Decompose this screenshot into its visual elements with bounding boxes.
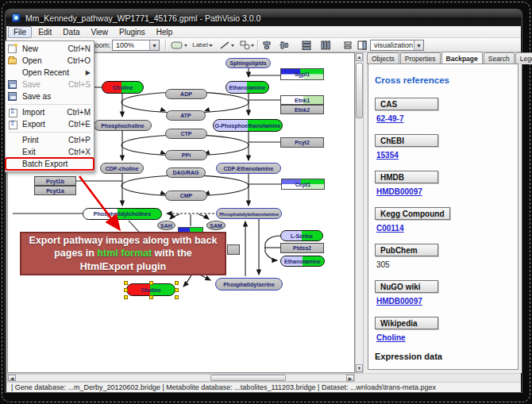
- chevron-down-icon[interactable]: ▼: [414, 40, 423, 50]
- file-menu-item-exit[interactable]: ExitCtrl+X: [6, 146, 94, 158]
- node-ctp[interactable]: CTP: [165, 129, 207, 139]
- menubar-item-plugins[interactable]: Plugins: [114, 27, 150, 37]
- node-label: L-Serine: [291, 233, 313, 239]
- visualization-combobox[interactable]: visualization ▼: [370, 40, 424, 51]
- node-l-serine[interactable]: L-Serine: [280, 230, 323, 241]
- gene-pcyt1a[interactable]: Pcyt1a: [34, 186, 76, 195]
- menubar-item-file[interactable]: File: [8, 26, 32, 38]
- selection-handle[interactable]: [175, 288, 179, 292]
- node-cdp-ethanolamine[interactable]: CDP-Ethanolamine: [216, 163, 281, 174]
- menubar-item-help[interactable]: Help: [152, 27, 178, 37]
- file-menu-item-batch-export[interactable]: Batch Export: [6, 158, 94, 170]
- selection-handle[interactable]: [175, 295, 179, 299]
- node-dag[interactable]: DAG/RAG: [166, 167, 206, 178]
- node-sah[interactable]: SAH: [157, 221, 175, 230]
- scroll-right-icon[interactable]: ▶: [346, 375, 354, 381]
- distribute-columns-button[interactable]: [319, 39, 332, 51]
- node-label: DAG/RAG: [172, 170, 199, 175]
- canvas-vertical-scrollbar[interactable]: ▲ ▼: [355, 52, 364, 373]
- label-tool-button[interactable]: Label: [191, 39, 215, 51]
- selection-handle[interactable]: [124, 281, 128, 285]
- gene-ptdss2[interactable]: Ptdss2: [280, 243, 324, 253]
- file-menu-item-new[interactable]: NewCtrl+N: [6, 43, 94, 55]
- gene-etnk1[interactable]: Etnk1: [280, 95, 324, 105]
- chevron-down-icon[interactable]: ▼: [149, 40, 159, 50]
- node-ethanolamine[interactable]: Ethanolamine: [226, 81, 269, 94]
- node-o-phosphoethanolamine[interactable]: O-Phosphoethanolamine: [213, 119, 283, 132]
- distribute-rows-button[interactable]: [300, 39, 313, 51]
- tab-search[interactable]: Search: [484, 52, 515, 64]
- xref-title: Kegg Compound: [375, 207, 450, 220]
- selection-handle[interactable]: [124, 295, 128, 299]
- align-center-vertical-button[interactable]: [260, 39, 273, 51]
- stack-layers-button[interactable]: [341, 39, 354, 51]
- gene-pcyt1b[interactable]: Pcyt1b: [34, 176, 76, 186]
- gene-cept1[interactable]: Cept1: [281, 179, 325, 190]
- shape-tool-button[interactable]: [238, 39, 257, 51]
- align-center-vertical-icon: [262, 40, 272, 50]
- menu-item-label: Open Recent: [22, 68, 69, 77]
- selection-handle[interactable]: [124, 288, 128, 292]
- horizontal-scroll-thumb[interactable]: [210, 375, 286, 381]
- node-label: Pcyt2: [295, 140, 310, 145]
- menubar-item-data[interactable]: Data: [58, 27, 84, 37]
- tab-properties[interactable]: Properties: [400, 52, 441, 64]
- file-menu-item-open-recent[interactable]: Open Recent▶: [6, 67, 94, 79]
- align-center-horizontal-button[interactable]: [278, 39, 291, 51]
- file-menu-item-export[interactable]: ExportCtrl+E: [6, 118, 94, 130]
- gene-sgpl1[interactable]: Sgpl1: [280, 68, 324, 80]
- canvas-horizontal-scrollbar[interactable]: ◀ ▶: [7, 374, 355, 382]
- node-cdp-choline[interactable]: CDP-choline: [100, 163, 144, 174]
- menubar-item-view[interactable]: View: [86, 27, 113, 37]
- xref-title: HMDB: [375, 171, 438, 183]
- node-sphingolipids[interactable]: Sphingolipids: [226, 58, 271, 68]
- scroll-up-icon[interactable]: ▲: [356, 53, 363, 61]
- line-tool-button[interactable]: [218, 39, 237, 51]
- zoom-combobox[interactable]: 100% ▼: [112, 40, 160, 51]
- gene-etnk2[interactable]: Etnk2: [280, 105, 324, 114]
- file-menu-item-print[interactable]: PrintCtrl+P: [6, 134, 94, 146]
- tab-backpage[interactable]: Backpage: [441, 52, 483, 63]
- screenshot-frame: Mm_Kennedy_pathway_WP1771_45176.gpml - P…: [0, 0, 532, 404]
- node-ethanolamine-2[interactable]: Ethanolamine: [280, 256, 325, 267]
- side-panel-button[interactable]: [356, 39, 368, 51]
- scroll-down-icon[interactable]: ▼: [356, 364, 363, 372]
- gene-partial-2[interactable]: [227, 244, 240, 255]
- callout-highlight: html format: [97, 248, 152, 259]
- shapes-icon: [240, 40, 256, 50]
- file-menu-item-open[interactable]: OpenCtrl+O: [6, 55, 94, 67]
- xref-link[interactable]: HMDB00097: [376, 187, 422, 196]
- file-menu-item-save[interactable]: SaveCtrl+S: [6, 79, 94, 90]
- tab-objects[interactable]: Objects: [367, 52, 399, 64]
- file-menu-item-import[interactable]: ImportCtrl+M: [6, 106, 94, 118]
- selection-handle[interactable]: [149, 295, 153, 299]
- xref-link[interactable]: 62-49-7: [376, 114, 403, 123]
- scroll-left-icon[interactable]: ◀: [8, 375, 16, 381]
- selection-handle[interactable]: [175, 281, 179, 285]
- xref-link[interactable]: HMDB00097: [376, 297, 422, 306]
- node-atp[interactable]: ATP: [166, 110, 206, 121]
- node-cmp[interactable]: CMP: [165, 190, 207, 201]
- node-phosphatidylethanolamine[interactable]: Phosphatidylethanolamine: [216, 208, 282, 219]
- node-phosphatidylcholines[interactable]: Phosphatidylcholines: [83, 208, 162, 220]
- tab-legend[interactable]: Legend: [515, 52, 532, 64]
- menu-item-label: Open: [22, 56, 41, 65]
- xref-link[interactable]: 15354: [376, 151, 399, 160]
- node-choline-selected[interactable]: Choline: [126, 283, 175, 296]
- node-choline[interactable]: Choline: [102, 81, 144, 94]
- node-sam[interactable]: SAM: [206, 221, 226, 230]
- xref-link[interactable]: C00114: [376, 224, 403, 233]
- vertical-scroll-thumb[interactable]: [356, 63, 363, 118]
- selection-handle[interactable]: [149, 281, 153, 285]
- menubar-item-edit[interactable]: Edit: [33, 27, 56, 37]
- align-center-horizontal-icon: [279, 40, 289, 50]
- node-adp[interactable]: ADP: [165, 89, 207, 99]
- xref-link[interactable]: Choline: [376, 333, 406, 342]
- side-panel-tabs: ObjectsPropertiesBackpageSearchLegend: [367, 52, 532, 64]
- node-ppi[interactable]: PPi: [165, 150, 207, 160]
- file-menu-item-save-as[interactable]: Save as: [6, 90, 94, 102]
- node-phosphocholine[interactable]: Phosphocholine: [94, 120, 152, 131]
- gene-pcyt2[interactable]: Pcyt2: [280, 137, 324, 148]
- datanode-tool-button[interactable]: [169, 39, 190, 51]
- node-phosphatidylserine[interactable]: Phosphatidylserine: [215, 278, 283, 290]
